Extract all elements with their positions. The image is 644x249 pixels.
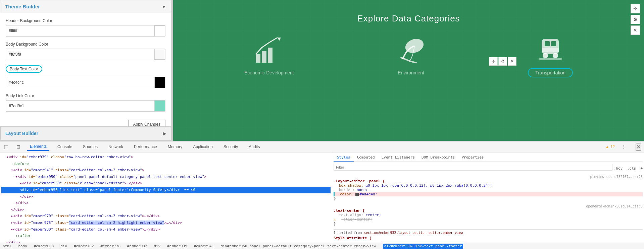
dom-line: </div> xyxy=(1,239,331,243)
layout-expand-button[interactable]: ▶ xyxy=(163,131,166,136)
devtools-body: ▾<div id="ember939" class="row bs-row-ed… xyxy=(0,152,644,243)
device-button[interactable]: ⊡ xyxy=(15,143,22,150)
dom-line: </div> xyxy=(1,193,331,200)
styles-tab-computed[interactable]: Computed xyxy=(354,154,378,162)
header-bg-swatch[interactable] xyxy=(154,25,165,36)
theme-builder-title: Theme Builder xyxy=(5,4,40,9)
inherited-label: Inherited from section#ember932.layout-s… xyxy=(334,229,643,236)
breadcrumb-ember778[interactable]: #ember778 xyxy=(100,244,120,248)
breadcrumb-ember603[interactable]: #ember603 xyxy=(34,244,54,248)
header-bg-label: Header Background Color xyxy=(6,18,165,23)
header-bg-row xyxy=(6,25,165,37)
breadcrumb-ember941[interactable]: #ember941 xyxy=(194,244,214,248)
widget-move-button-tr[interactable]: ✛ xyxy=(631,4,640,13)
dom-line: ▸<div id="ember975" class="card-editor c… xyxy=(1,220,331,226)
dom-line: ▾<div id="ember939" class="row bs-row-ed… xyxy=(1,154,331,161)
layout-builder-title: Layout Builder xyxy=(5,131,38,136)
collapse-button[interactable]: ▼ xyxy=(161,4,166,9)
elements-panel: ▾<div id="ember939" class="row bs-row-ed… xyxy=(0,152,332,243)
header-bg-group: Header Background Color xyxy=(6,18,165,37)
tab-elements[interactable]: Elements xyxy=(27,143,49,151)
theme-panel-body: Header Background Color Body Background … xyxy=(0,13,171,126)
tab-application[interactable]: Application xyxy=(190,143,215,150)
widget-buttons-cat: ✛ ⚙ ✕ xyxy=(489,57,516,66)
css-rule-origin-2: opendata-admin-501c614…css:5 xyxy=(334,204,643,208)
widget-settings-button-tr[interactable]: ⚙ xyxy=(631,15,640,24)
breadcrumb-ember939[interactable]: #ember939 xyxy=(167,244,187,248)
css-rule-layout-editor: preview-css-e732167…css:25 .layout-edito… xyxy=(334,175,643,201)
breadcrumb-ember932[interactable]: #ember932 xyxy=(127,244,147,248)
breadcrumb-active-item[interactable]: div#ember950-link-text.panel-footer xyxy=(383,244,463,249)
dom-line: ::after xyxy=(1,233,331,239)
body-link-swatch[interactable] xyxy=(154,101,165,111)
breadcrumb-html[interactable]: html xyxy=(3,244,12,248)
body-bg-input[interactable] xyxy=(6,50,154,59)
body-link-label: Body Link Color xyxy=(6,94,165,98)
body-link-input[interactable] xyxy=(6,102,154,110)
dom-line-highlighted[interactable]: <div id="ember950-link-text" class="pane… xyxy=(1,187,331,193)
header-bg-input[interactable] xyxy=(6,26,154,35)
tab-memory[interactable]: Memory xyxy=(165,143,185,150)
dom-line: ▸<div id="ember959" class="class="panel-… xyxy=(1,180,331,187)
styles-tab-properties[interactable]: Properties xyxy=(458,154,487,162)
theme-panel: Theme Builder ▼ Header Background Color … xyxy=(0,0,171,141)
devtools-toolbar: ⬚ ⊡ Elements Console Sources Network Per… xyxy=(0,141,644,152)
warning-count: ▲ 12 xyxy=(605,144,615,149)
body-bg-label: Body Background Color xyxy=(6,42,165,47)
css-rule-text-center: opendata-admin-501c614…css:5 .text-cente… xyxy=(334,204,643,226)
widget-close-button-tr[interactable]: ✕ xyxy=(631,25,640,35)
dom-line: ▸<div id="ember980" class="card-editor c… xyxy=(1,226,331,233)
filter-hints: :hov .cls + xyxy=(614,166,643,171)
layout-builder-section: Layout Builder ▶ xyxy=(0,126,171,140)
apply-changes-button[interactable]: Apply Changes xyxy=(128,120,165,126)
breadcrumb-div2[interactable]: div xyxy=(154,244,160,248)
inspect-button[interactable]: ⬚ xyxy=(3,143,10,150)
preview-area: ✛ ⚙ ✕ ✛ ⚙ ✕ Explore Data Categories xyxy=(173,0,644,141)
theme-panel-header: Theme Builder ▼ xyxy=(0,0,171,13)
tab-audits[interactable]: Audits xyxy=(246,143,262,150)
styles-filter-input[interactable] xyxy=(334,164,612,171)
body-bg-row xyxy=(6,49,165,60)
body-bg-swatch[interactable] xyxy=(154,49,165,60)
dom-line: </div> xyxy=(1,200,331,206)
body-text-row xyxy=(6,77,165,88)
widget-close-button-cat[interactable]: ✕ xyxy=(508,57,516,66)
breadcrumb-div[interactable]: div xyxy=(60,244,67,248)
tab-sources[interactable]: Sources xyxy=(80,143,100,150)
preview-bg-map xyxy=(173,0,644,141)
top-section: Theme Builder ▼ Header Background Color … xyxy=(0,0,644,141)
body-text-input[interactable] xyxy=(6,78,154,87)
breadcrumb-ember762[interactable]: #ember762 xyxy=(74,244,94,248)
more-options-button[interactable]: ⋮ xyxy=(620,143,628,150)
body-link-group: Body Link Color xyxy=(6,94,165,112)
devtools-breadcrumb: html body #ember603 div #ember762 #ember… xyxy=(0,243,644,249)
tab-performance[interactable]: Performance xyxy=(131,143,160,150)
tab-security[interactable]: Security xyxy=(221,143,241,150)
tab-console[interactable]: Console xyxy=(55,143,75,150)
color-swatch-inline xyxy=(355,193,359,196)
styles-tab-event-listeners[interactable]: Event Listeners xyxy=(378,154,418,162)
tab-network[interactable]: Network xyxy=(106,143,126,150)
styles-tabs: Styles Computed Event Listeners DOM Brea… xyxy=(334,154,643,162)
warning-icon: ⚠ xyxy=(334,217,336,222)
dom-line: ▾<div id="ember941" class="card-editor c… xyxy=(1,167,331,174)
widget-move-button-cat[interactable]: ✛ xyxy=(489,57,498,66)
devtools-close-button[interactable]: ✕ xyxy=(636,143,641,151)
main-container: Theme Builder ▼ Header Background Color … xyxy=(0,0,644,249)
body-text-group: Body Text Color xyxy=(6,65,165,88)
dom-line: ▾<div id="ember950" class="panel panel-d… xyxy=(1,174,331,180)
breadcrumb-ember950-panel[interactable]: div#ember950.panel.panel-default.categor… xyxy=(220,244,376,248)
dom-line: ::before xyxy=(1,161,331,167)
styles-tab-styles[interactable]: Styles xyxy=(334,154,354,162)
devtools-panel: ⬚ ⊡ Elements Console Sources Network Per… xyxy=(0,141,644,249)
filter-row: :hov .cls + xyxy=(334,164,643,173)
dom-line: ▸<div id="ember970" class="card-editor c… xyxy=(1,213,331,220)
breadcrumb-body[interactable]: body xyxy=(18,244,27,248)
widget-settings-button-cat[interactable]: ⚙ xyxy=(498,57,507,66)
styles-tab-dom-breakpoints[interactable]: DOM Breakpoints xyxy=(418,154,458,162)
css-rule-origin-1: preview-css-e732167…css:25 xyxy=(334,175,643,179)
styles-panel: Styles Computed Event Listeners DOM Brea… xyxy=(332,152,644,243)
css-rule-style-attr: Style Attribute { xyxy=(334,236,643,240)
body-text-swatch[interactable] xyxy=(154,77,165,88)
widget-buttons-tr: ✛ ⚙ ✕ xyxy=(631,4,640,35)
